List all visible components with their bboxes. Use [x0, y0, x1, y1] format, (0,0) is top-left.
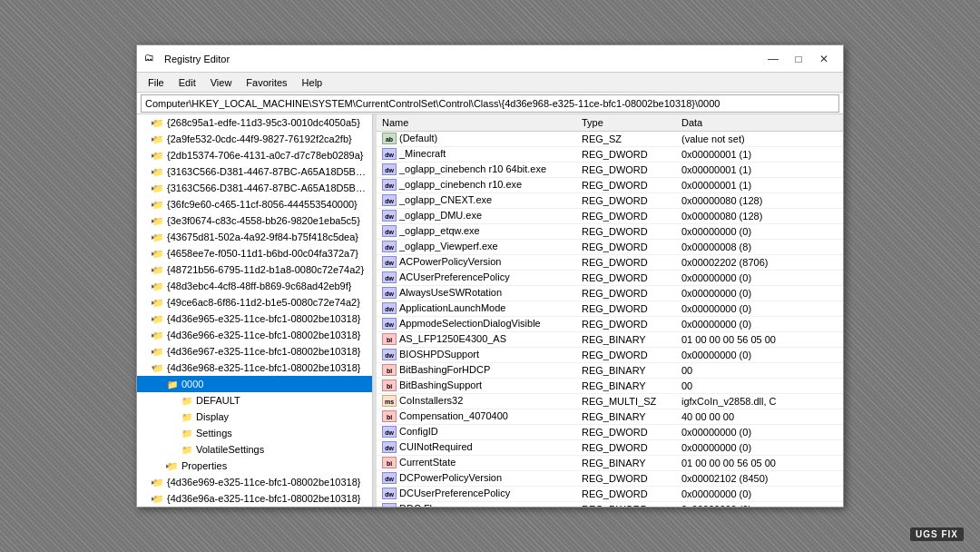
cell-name: dwDCUserPreferencePolicy	[377, 486, 576, 501]
table-row[interactable]: dw_oglapp_CNEXT.exeREG_DWORD0x00000080 (…	[377, 192, 843, 208]
tree-item-t15[interactable]: ▸📁{4d36e967-e325-11ce-bfc1-08002be10318}	[137, 343, 372, 360]
tree-item-t13[interactable]: ▸📁{4d36e965-e325-11ce-bfc1-08002be10318}	[137, 310, 372, 327]
tree-toggle-t17[interactable]: ▾	[137, 380, 166, 389]
table-row[interactable]: dwDCPowerPolicyVersionREG_DWORD0x0000210…	[377, 470, 843, 486]
tree-toggle-t9[interactable]: ▸	[137, 249, 152, 258]
menu-view[interactable]: View	[203, 75, 240, 90]
reg-type-icon: dw	[382, 241, 397, 252]
minimize-button[interactable]: —	[761, 50, 785, 68]
tree-item-t3[interactable]: ▸📁{2db15374-706e-4131-a0c7-d7c78eb0289a}	[137, 147, 372, 163]
tree-item-t9[interactable]: ▸📁{4658ee7e-f050-11d1-b6bd-00c04fa372a7}	[137, 245, 372, 261]
tree-item-t18[interactable]: 📁DEFAULT	[137, 392, 372, 409]
tree-item-t1[interactable]: ▸📁{268c95a1-edfe-11d3-95c3-0010dc4050a5}	[137, 114, 372, 131]
table-row[interactable]: dwCUINotRequiredREG_DWORD0x00000000 (0)	[377, 439, 843, 455]
table-row[interactable]: dwAlwaysUseSWRotationREG_DWORD0x00000000…	[377, 285, 843, 301]
cell-data: 00	[676, 378, 843, 393]
table-row[interactable]: dwACPowerPolicyVersionREG_DWORD0x0000220…	[377, 254, 843, 270]
cell-data: 01 00 00 00 56 05 00	[676, 455, 843, 470]
cell-type: REG_BINARY	[576, 455, 676, 470]
tree-label-t19: Display	[196, 411, 229, 422]
tree-toggle-t6[interactable]: ▸	[137, 200, 152, 209]
tree-toggle-t16[interactable]: ▾	[137, 363, 152, 372]
table-row[interactable]: dw_oglapp_Viewperf.exeREG_DWORD0x0000000…	[377, 239, 843, 254]
col-data[interactable]: Data	[676, 114, 843, 131]
tree-item-t23[interactable]: ▸📁{4d36e969-e325-11ce-bfc1-08002be10318}	[137, 474, 372, 490]
col-name[interactable]: Name	[377, 114, 576, 131]
menu-help[interactable]: Help	[295, 75, 330, 90]
tree-toggle-t5[interactable]: ▸	[137, 183, 152, 192]
tree-toggle-t1[interactable]: ▸	[137, 118, 152, 127]
tree-toggle-t11[interactable]: ▸	[137, 281, 152, 291]
tree-item-t5[interactable]: ▸📁{3163C566-D381-4467-87BC-A65A18D5B649}	[137, 180, 372, 196]
tree-label-t2: {2a9fe532-0cdc-44f9-9827-76192f2ca2fb}	[167, 133, 352, 144]
cell-data: 0x00000000 (0)	[676, 486, 843, 501]
tree-item-t17[interactable]: ▾📁0000	[137, 376, 372, 392]
folder-icon-t8: 📁	[152, 231, 164, 243]
table-row[interactable]: dwACUserPreferencePolicyREG_DWORD0x00000…	[377, 270, 843, 285]
tree-item-t20[interactable]: 📁Settings	[137, 425, 372, 441]
tree-item-t2[interactable]: ▸📁{2a9fe532-0cdc-44f9-9827-76192f2ca2fb}	[137, 131, 372, 147]
address-input[interactable]	[141, 94, 839, 113]
details-panel[interactable]: Name Type Data ab(Default)REG_SZ(value n…	[377, 114, 843, 507]
tree-toggle-t12[interactable]: ▸	[137, 298, 152, 307]
tree-toggle-t10[interactable]: ▸	[137, 265, 152, 274]
table-row[interactable]: dwBIOSHPDSupportREG_DWORD0x00000000 (0)	[377, 347, 843, 362]
tree-item-t12[interactable]: ▸📁{49ce6ac8-6f86-11d2-b1e5-0080c72e74a2}	[137, 294, 372, 310]
reg-type-icon: dw	[382, 271, 397, 283]
menu-edit[interactable]: Edit	[172, 75, 203, 90]
tree-toggle-t4[interactable]: ▸	[137, 167, 152, 176]
maximize-button[interactable]: □	[787, 50, 810, 68]
table-row[interactable]: dwDCUserPreferencePolicyREG_DWORD0x00000…	[377, 486, 843, 501]
app-icon: 🗂	[144, 52, 159, 66]
table-row[interactable]: biAS_LFP1250E4300_ASREG_BINARY01 00 00 0…	[377, 331, 843, 347]
tree-label-t6: {36fc9e60-c465-11cf-8056-444553540000}	[167, 199, 358, 210]
tree-item-t14[interactable]: ▸📁{4d36e966-e325-11ce-bfc1-08002be10318}	[137, 327, 372, 343]
table-row[interactable]: ab(Default)REG_SZ(value not set)	[377, 131, 843, 146]
tree-item-t4[interactable]: ▸📁{3163C566-D381-4467-87BC-A65A18D5B648}	[137, 163, 372, 180]
tree-item-t10[interactable]: ▸📁{48721b56-6795-11d2-b1a8-0080c72e74a2}	[137, 261, 372, 278]
table-row[interactable]: dw_oglapp_etqw.exeREG_DWORD0x00000000 (0…	[377, 223, 843, 239]
table-row[interactable]: dw_oglapp_cinebench r10.exeREG_DWORD0x00…	[377, 177, 843, 192]
tree-item-t19[interactable]: 📁Display	[137, 409, 372, 425]
close-button[interactable]: ✕	[812, 50, 836, 68]
reg-type-icon: dw	[382, 194, 397, 206]
tree-item-t8[interactable]: ▸📁{43675d81-502a-4a92-9f84-b75f418c5dea}	[137, 229, 372, 245]
tree-toggle-t15[interactable]: ▸	[137, 347, 152, 356]
reg-type-icon: dw	[382, 302, 397, 314]
menu-file[interactable]: File	[141, 75, 172, 90]
col-type[interactable]: Type	[576, 114, 676, 131]
tree-item-t24[interactable]: ▸📁{4d36e96a-e325-11ce-bfc1-08002be10318}	[137, 490, 372, 507]
tree-toggle-t3[interactable]: ▸	[137, 151, 152, 160]
tree-toggle-t22[interactable]: ▸	[137, 461, 166, 470]
window-controls: — □ ✕	[761, 50, 836, 68]
table-row[interactable]: dwAppmodeSelectionDialogVisibleREG_DWORD…	[377, 316, 843, 331]
table-row[interactable]: biBitBashingForHDCPREG_BINARY00	[377, 362, 843, 378]
tree-toggle-t24[interactable]: ▸	[137, 494, 152, 503]
table-row[interactable]: dw_MinecraftREG_DWORD0x00000001 (1)	[377, 146, 843, 162]
tree-item-t21[interactable]: 📁VolatileSettings	[137, 441, 372, 458]
table-row[interactable]: dwApplicationLaunchModeREG_DWORD0x000000…	[377, 301, 843, 316]
table-row[interactable]: dw_oglapp_DMU.exeREG_DWORD0x00000080 (12…	[377, 208, 843, 223]
table-row[interactable]: biBitBashingSupportREG_BINARY00	[377, 378, 843, 393]
tree-item-t6[interactable]: ▸📁{36fc9e60-c465-11cf-8056-444553540000}	[137, 196, 372, 212]
tree-toggle-t7[interactable]: ▸	[137, 216, 152, 225]
tree-item-t11[interactable]: ▸📁{48d3ebc4-4cf8-48ff-b869-9c68ad42eb9f}	[137, 278, 372, 294]
menu-favorites[interactable]: Favorites	[239, 75, 294, 90]
table-row[interactable]: biCompensation_4070400REG_BINARY40 00 00…	[377, 409, 843, 424]
table-row[interactable]: msCoInstallers32REG_MULTI_SZigfxCoIn_v28…	[377, 393, 843, 409]
tree-toggle-t13[interactable]: ▸	[137, 314, 152, 323]
table-row[interactable]: dw_oglapp_cinebench r10 64bit.exeREG_DWO…	[377, 162, 843, 177]
tree-toggle-t14[interactable]: ▸	[137, 330, 152, 340]
table-row[interactable]: dwDDC FlagREG_DWORD0x00000000 (0)	[377, 501, 843, 507]
tree-toggle-t2[interactable]: ▸	[137, 134, 152, 143]
tree-toggle-t8[interactable]: ▸	[137, 232, 152, 242]
table-row[interactable]: dwConfigIDREG_DWORD0x00000000 (0)	[377, 424, 843, 439]
table-row[interactable]: biCurrentStateREG_BINARY01 00 00 00 56 0…	[377, 455, 843, 470]
tree-panel[interactable]: ▸📁{268c95a1-edfe-11d3-95c3-0010dc4050a5}…	[137, 114, 373, 507]
tree-item-t7[interactable]: ▸📁{3e3f0674-c83c-4558-bb26-9820e1eba5c5}	[137, 212, 372, 229]
tree-item-t16[interactable]: ▾📁{4d36e968-e325-11ce-bfc1-08002be10318}	[137, 360, 372, 376]
registry-table: Name Type Data ab(Default)REG_SZ(value n…	[377, 114, 843, 507]
tree-toggle-t23[interactable]: ▸	[137, 478, 152, 487]
cell-type: REG_SZ	[576, 131, 676, 146]
tree-item-t22[interactable]: ▸📁Properties	[137, 458, 372, 474]
